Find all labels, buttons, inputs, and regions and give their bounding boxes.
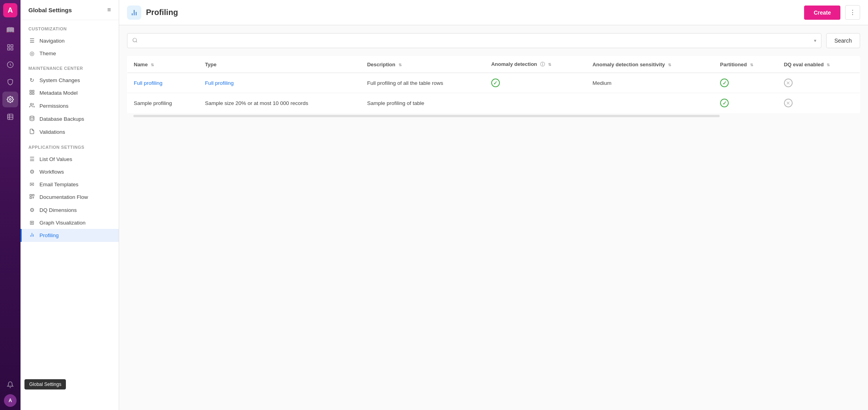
nav-icon-bell[interactable]: [2, 377, 18, 393]
svg-rect-2: [7, 48, 9, 50]
documentation-flow-icon: [28, 194, 36, 200]
sidebar-item-metadata-model[interactable]: Metadata Model: [21, 86, 119, 99]
workflows-icon: ⚙: [28, 168, 36, 175]
cell-dq-eval-2: ✕: [778, 93, 860, 113]
nav-icon-table[interactable]: [2, 109, 18, 125]
table-header-row: Name ⇅ Type Description ⇅ Anomaly detect…: [127, 56, 860, 73]
sidebar-item-list-of-values[interactable]: ☰ List Of Values: [21, 153, 119, 165]
svg-point-22: [133, 38, 137, 41]
search-input-wrapper: ▾: [127, 33, 821, 48]
table-row: Sample profiling Sample size 20% or at m…: [127, 93, 860, 113]
more-options-button[interactable]: ⋮: [845, 5, 860, 20]
sensitivity-sort-icon[interactable]: ⇅: [668, 63, 671, 67]
search-bar: ▾ Search: [127, 33, 860, 48]
dq-eval-x-icon-1: ✕: [784, 79, 793, 87]
cell-dq-eval-1: ✕: [778, 73, 860, 93]
sidebar-item-graph-visualization-label: Graph Visualization: [39, 220, 86, 226]
cell-partitioned-2: ✓: [714, 93, 778, 113]
col-type: Type: [198, 56, 361, 73]
profiling-icon: [28, 232, 36, 239]
nav-icon-home[interactable]: 📖: [2, 22, 18, 38]
svg-rect-14: [32, 195, 34, 196]
cell-description-1: Full profiling of all the table rows: [361, 73, 485, 93]
sidebar-item-email-templates[interactable]: ✉ Email Templates: [21, 178, 119, 191]
nav-icon-shield[interactable]: [2, 74, 18, 90]
svg-rect-13: [30, 195, 32, 196]
cell-name-1: Full profiling: [127, 73, 199, 93]
page-icon: [127, 6, 141, 20]
table-scrollbar[interactable]: [133, 115, 720, 117]
svg-rect-1: [11, 45, 13, 47]
page-title: Profiling: [146, 8, 804, 17]
sidebar-item-dq-dimensions[interactable]: ⚙ DQ Dimensions: [21, 204, 119, 216]
search-button[interactable]: Search: [826, 33, 860, 48]
create-button[interactable]: Create: [804, 6, 840, 20]
sidebar-header: Global Settings ≡: [21, 0, 119, 20]
description-sort-icon[interactable]: ⇅: [398, 63, 402, 67]
svg-rect-3: [11, 48, 13, 50]
sidebar-item-database-backups[interactable]: Database Backups: [21, 112, 119, 125]
sidebar-title: Global Settings: [28, 7, 72, 13]
name-sort-icon[interactable]: ⇅: [151, 63, 154, 67]
sidebar-item-theme[interactable]: ◎ Theme: [21, 47, 119, 60]
full-profiling-name-link[interactable]: Full profiling: [134, 80, 163, 86]
sidebar-item-validations[interactable]: Validations: [21, 125, 119, 139]
sidebar-item-list-of-values-label: List Of Values: [39, 156, 72, 162]
sidebar-item-validations-label: Validations: [39, 129, 65, 135]
dq-eval-sort-icon[interactable]: ⇅: [827, 63, 830, 67]
svg-point-12: [30, 116, 34, 118]
nav-icon-list[interactable]: [2, 39, 18, 55]
dq-dimensions-icon: ⚙: [28, 207, 36, 213]
sidebar-item-profiling[interactable]: Profiling: [21, 229, 119, 242]
svg-point-5: [9, 99, 11, 101]
svg-rect-0: [7, 45, 9, 47]
sidebar-item-system-changes-label: System Changes: [39, 77, 80, 83]
list-of-values-icon: ☰: [28, 156, 36, 162]
sidebar-item-documentation-flow[interactable]: Documentation Flow: [21, 191, 119, 204]
sidebar-item-workflows[interactable]: ⚙ Workflows: [21, 165, 119, 178]
col-dq-eval-enabled: DQ eval enabled ⇅: [778, 56, 860, 73]
sidebar-item-database-backups-label: Database Backups: [39, 116, 84, 122]
icon-bar: A 📖 A: [0, 0, 21, 410]
profiling-table: Name ⇅ Type Description ⇅ Anomaly detect…: [127, 56, 860, 113]
sidebar-menu-icon[interactable]: ≡: [107, 6, 111, 13]
svg-rect-15: [30, 197, 32, 198]
anomaly-info-icon[interactable]: ⓘ: [540, 62, 545, 67]
sidebar: Global Settings ≡ Customization ☰ Naviga…: [21, 0, 119, 410]
cell-sensitivity-2: [586, 93, 714, 113]
nav-icon-dashboard[interactable]: [2, 57, 18, 73]
cell-description-2: Sample profiling of table: [361, 93, 485, 113]
sidebar-item-navigation[interactable]: ☰ Navigation: [21, 34, 119, 47]
sidebar-item-graph-visualization[interactable]: ⊞ Graph Visualization: [21, 216, 119, 229]
dq-eval-x-icon-2: ✕: [784, 99, 793, 107]
app-logo[interactable]: A: [3, 3, 17, 17]
sidebar-item-navigation-label: Navigation: [39, 38, 65, 44]
content-area: ▾ Search Name ⇅ Type Description ⇅: [119, 25, 868, 410]
sidebar-item-system-changes[interactable]: ↻ System Changes: [21, 74, 119, 86]
sidebar-item-permissions[interactable]: Permissions: [21, 99, 119, 112]
metadata-model-icon: [28, 90, 36, 96]
cell-partitioned-1: ✓: [714, 73, 778, 93]
partitioned-check-icon-1: ✓: [720, 79, 729, 87]
email-templates-icon: ✉: [28, 181, 36, 187]
anomaly-check-icon-1: ✓: [491, 79, 500, 87]
anomaly-sort-icon[interactable]: ⇅: [548, 62, 551, 67]
table-row: Full profiling Full profiling Full profi…: [127, 73, 860, 93]
partitioned-sort-icon[interactable]: ⇅: [750, 63, 753, 67]
cell-anomaly-1: ✓: [485, 73, 586, 93]
svg-rect-6: [7, 114, 13, 120]
section-customization: Customization: [21, 20, 119, 34]
search-chevron-icon[interactable]: ▾: [814, 38, 816, 43]
full-profiling-type-link[interactable]: Full profiling: [205, 80, 234, 86]
top-header: Profiling Create ⋮: [119, 0, 868, 25]
sidebar-item-documentation-flow-label: Documentation Flow: [39, 194, 88, 200]
sidebar-item-metadata-model-label: Metadata Model: [39, 90, 78, 96]
user-avatar[interactable]: A: [4, 394, 17, 407]
main-content: Profiling Create ⋮ ▾ Search: [119, 0, 868, 410]
search-icon: [132, 37, 138, 44]
svg-rect-10: [32, 93, 34, 94]
theme-icon: ◎: [28, 50, 36, 56]
search-input[interactable]: [141, 34, 811, 48]
nav-icon-settings[interactable]: [2, 92, 18, 107]
permissions-icon: [28, 103, 36, 109]
